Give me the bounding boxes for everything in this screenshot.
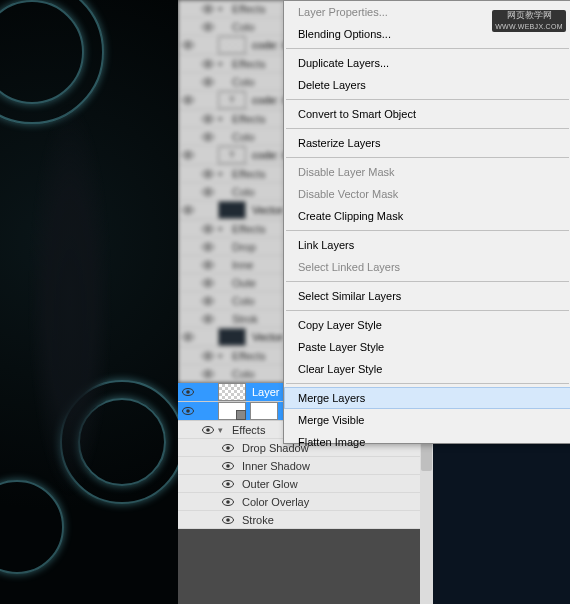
menu-item-duplicate-layers[interactable]: Duplicate Layers... <box>284 52 570 74</box>
svg-point-35 <box>206 317 210 321</box>
svg-point-7 <box>206 62 210 66</box>
watermark: 网页教学网 WWW.WEBJX.COM <box>492 10 566 32</box>
layer-thumbnail[interactable] <box>218 201 246 219</box>
layer-thumbnail[interactable] <box>218 36 246 54</box>
visibility-icon[interactable] <box>198 352 218 360</box>
svg-point-29 <box>206 263 210 267</box>
effect-row[interactable]: Color Overlay <box>178 493 433 511</box>
layer-thumbnail[interactable] <box>218 328 246 346</box>
visibility-icon[interactable] <box>198 243 218 251</box>
svg-point-27 <box>206 245 210 249</box>
svg-point-5 <box>186 43 190 47</box>
visibility-icon[interactable] <box>198 60 218 68</box>
svg-point-49 <box>226 446 230 450</box>
visibility-icon[interactable] <box>198 133 218 141</box>
visibility-icon[interactable] <box>198 426 218 434</box>
effect-row[interactable]: Stroke <box>178 511 433 529</box>
visibility-icon[interactable] <box>218 444 238 452</box>
svg-point-43 <box>186 390 190 394</box>
visibility-icon[interactable] <box>198 261 218 269</box>
svg-point-31 <box>206 281 210 285</box>
watermark-text-1: 网页教学网 <box>492 10 566 21</box>
effects-toggle-icon[interactable]: ▾ <box>218 59 228 69</box>
effect-name: Outer Glow <box>238 478 433 490</box>
svg-point-57 <box>226 518 230 522</box>
menu-item-merge-visible[interactable]: Merge Visible <box>284 409 570 431</box>
menu-separator <box>286 157 569 158</box>
visibility-icon[interactable] <box>198 225 218 233</box>
effects-toggle-icon[interactable]: ▾ <box>218 4 228 14</box>
visibility-icon[interactable] <box>178 151 198 159</box>
svg-point-45 <box>186 409 190 413</box>
svg-point-9 <box>206 80 210 84</box>
menu-item-link-layers[interactable]: Link Layers <box>284 234 570 256</box>
layer-thumbnail[interactable] <box>218 383 246 401</box>
visibility-icon[interactable] <box>178 206 198 214</box>
visibility-icon[interactable] <box>198 370 218 378</box>
effects-toggle-icon[interactable]: ▾ <box>218 224 228 234</box>
visibility-icon[interactable] <box>218 462 238 470</box>
visibility-icon[interactable] <box>198 297 218 305</box>
menu-item-disable-layer-mask: Disable Layer Mask <box>284 161 570 183</box>
svg-point-15 <box>206 135 210 139</box>
effects-toggle-icon[interactable]: ▾ <box>218 169 228 179</box>
menu-item-delete-layers[interactable]: Delete Layers <box>284 74 570 96</box>
svg-point-1 <box>206 7 210 11</box>
effects-toggle-icon[interactable]: ▾ <box>218 351 228 361</box>
menu-separator <box>286 310 569 311</box>
menu-item-copy-layer-style[interactable]: Copy Layer Style <box>284 314 570 336</box>
visibility-icon[interactable] <box>218 480 238 488</box>
visibility-icon[interactable] <box>178 407 198 415</box>
editor-background <box>433 443 570 604</box>
effect-row[interactable]: Inner Shadow <box>178 457 433 475</box>
menu-separator <box>286 281 569 282</box>
svg-point-39 <box>206 354 210 358</box>
effects-toggle-icon[interactable]: ▾ <box>218 425 228 435</box>
menu-item-flatten-image[interactable]: Flatten Image <box>284 431 570 453</box>
document-canvas <box>0 0 178 604</box>
visibility-icon[interactable] <box>198 115 218 123</box>
menu-separator <box>286 128 569 129</box>
visibility-icon[interactable] <box>198 78 218 86</box>
menu-separator <box>286 48 569 49</box>
menu-separator <box>286 383 569 384</box>
effects-toggle-icon[interactable]: ▾ <box>218 114 228 124</box>
menu-item-rasterize-layers[interactable]: Rasterize Layers <box>284 132 570 154</box>
svg-point-47 <box>206 428 210 432</box>
visibility-icon[interactable] <box>198 188 218 196</box>
svg-point-41 <box>206 372 210 376</box>
menu-item-select-similar-layers[interactable]: Select Similar Layers <box>284 285 570 307</box>
layers-scrollbar[interactable] <box>420 443 433 604</box>
menu-item-convert-to-smart-object[interactable]: Convert to Smart Object <box>284 103 570 125</box>
smart-object-thumbnail[interactable] <box>218 402 246 420</box>
layer-mask-thumbnail[interactable] <box>250 402 278 420</box>
visibility-icon[interactable] <box>178 96 198 104</box>
visibility-icon[interactable] <box>198 315 218 323</box>
visibility-icon[interactable] <box>178 333 198 341</box>
watermark-text-2: WWW.WEBJX.COM <box>492 21 566 32</box>
effect-name: Stroke <box>238 514 433 526</box>
effect-row[interactable]: Outer Glow <box>178 475 433 493</box>
layer-thumbnail[interactable]: T <box>218 146 246 164</box>
visibility-icon[interactable] <box>198 5 218 13</box>
visibility-icon[interactable] <box>218 516 238 524</box>
visibility-icon[interactable] <box>178 388 198 396</box>
menu-item-clear-layer-style[interactable]: Clear Layer Style <box>284 358 570 380</box>
visibility-icon[interactable] <box>198 23 218 31</box>
layer-thumbnail[interactable]: T <box>218 91 246 109</box>
svg-point-53 <box>226 482 230 486</box>
effect-name: Color Overlay <box>238 496 433 508</box>
svg-point-23 <box>186 208 190 212</box>
menu-item-merge-layers[interactable]: Merge Layers <box>284 387 570 409</box>
visibility-icon[interactable] <box>178 41 198 49</box>
svg-point-3 <box>206 25 210 29</box>
svg-point-37 <box>186 335 190 339</box>
visibility-icon[interactable] <box>198 170 218 178</box>
menu-item-paste-layer-style[interactable]: Paste Layer Style <box>284 336 570 358</box>
svg-point-21 <box>206 190 210 194</box>
visibility-icon[interactable] <box>198 279 218 287</box>
visibility-icon[interactable] <box>218 498 238 506</box>
menu-separator <box>286 230 569 231</box>
svg-point-33 <box>206 299 210 303</box>
menu-item-create-clipping-mask[interactable]: Create Clipping Mask <box>284 205 570 227</box>
